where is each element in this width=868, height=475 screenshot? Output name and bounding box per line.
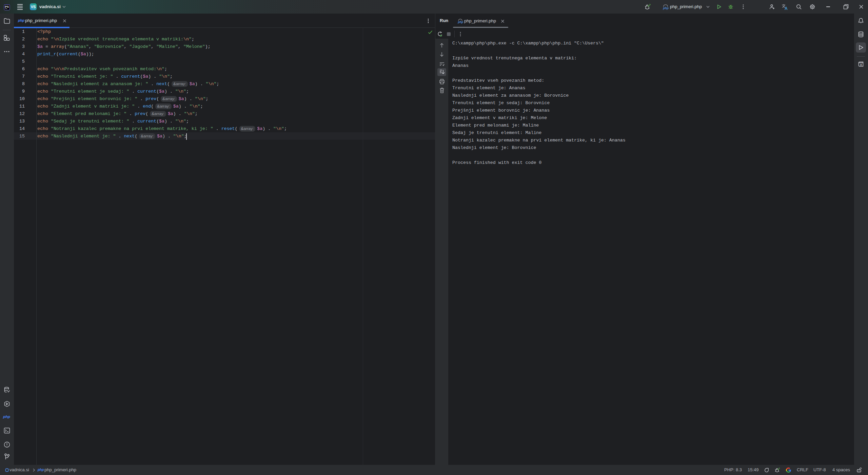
svg-text:php: php — [458, 20, 463, 24]
svg-text:A: A — [785, 6, 788, 11]
svg-text:A: A — [860, 63, 862, 66]
svg-text:php: php — [663, 6, 669, 10]
